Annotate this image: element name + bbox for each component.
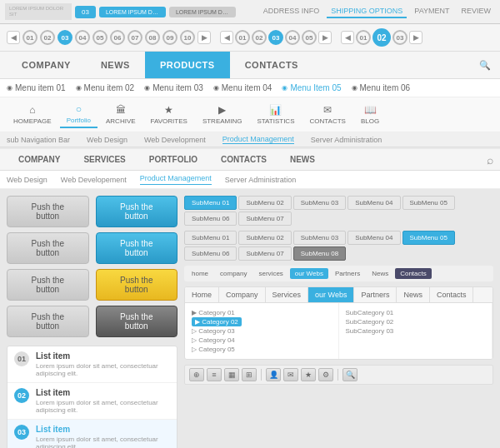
push-button-gray-3[interactable]: Push the button — [7, 269, 89, 301]
subbar-3[interactable]: Web Development — [144, 136, 206, 144]
tab-submenu-2-7[interactable]: SubMenu 07 — [238, 246, 291, 261]
subnav-streaming[interactable]: ▶ STREAMING — [196, 102, 249, 127]
nav-payment[interactable]: PAYMENT — [410, 5, 453, 18]
tab-submenu-1-3[interactable]: SubMenu 03 — [293, 196, 346, 210]
mega-subcat-2[interactable]: SubCategory 02 — [346, 317, 486, 326]
active-tab[interactable]: 03 — [75, 6, 96, 18]
tab-submenu-1-5[interactable]: SubMenu 05 — [402, 196, 455, 210]
subnav-favorites[interactable]: ★ FAVORITES — [144, 102, 194, 127]
mega-subcat-3[interactable]: SubCategory 03 — [346, 326, 486, 336]
subbar-4[interactable]: Product Management — [222, 135, 294, 144]
tab-submenu-2-4[interactable]: SubMenu 04 — [348, 231, 400, 245]
subnav-contacts[interactable]: ✉ CONTACTS — [302, 102, 352, 127]
tab-lorem1[interactable]: LOREM IPSUM DOLOR SIT — [99, 7, 166, 17]
menu-item-3[interactable]: Menu item 03 — [144, 83, 203, 92]
subbar-2[interactable]: Web Design — [87, 136, 128, 144]
push-button-dark[interactable]: Push the button — [96, 306, 178, 337]
tab-submenu-2-5[interactable]: SubMenu 05 — [402, 231, 455, 245]
next-arrow-2[interactable]: ▶ — [318, 31, 332, 44]
nav-contacts[interactable]: CONTACTS — [230, 52, 313, 78]
tab-submenu-1-7[interactable]: SubMenu 07 — [238, 212, 291, 226]
mega-top-news[interactable]: News — [397, 287, 430, 302]
mega-top-company[interactable]: Company — [219, 287, 266, 302]
toolbar-btn-4[interactable]: ⊞ — [242, 368, 257, 381]
small-nav-services[interactable]: services — [253, 268, 288, 279]
push-button-yellow[interactable]: Push the button — [96, 269, 178, 301]
toolbar-btn-5[interactable]: 👤 — [266, 368, 281, 381]
subnav-statistics[interactable]: 📊 STATISTICS — [250, 102, 301, 127]
mega-top-services[interactable]: Services — [266, 287, 309, 302]
menu-item-5[interactable]: Menu Item 05 — [282, 83, 341, 92]
mega-top-ourwebs[interactable]: our Webs — [308, 287, 354, 302]
subnav-blog[interactable]: 📖 BLOG — [354, 102, 386, 127]
push-button-gray-2[interactable]: Push the button — [7, 232, 89, 264]
step-1[interactable]: 01 — [22, 30, 38, 45]
small-nav-ourwebs[interactable]: our Webs — [290, 268, 328, 279]
step3-2[interactable]: 02 — [372, 28, 391, 47]
menu-item-1[interactable]: Menu item 01 — [7, 83, 66, 92]
toolbar-btn-2[interactable]: ≡ — [207, 368, 222, 381]
push-button-gray-1[interactable]: Push the button — [7, 196, 89, 227]
menu-item-6[interactable]: Menu item 06 — [352, 83, 411, 92]
subnav-portfolio[interactable]: ○ Portfolio — [60, 101, 98, 128]
tab-submenu-1-4[interactable]: SubMenu 04 — [348, 196, 400, 210]
mega-cat-5[interactable]: ▷ Category 05 — [192, 345, 332, 354]
second-nav-services[interactable]: SERVICES — [72, 149, 137, 170]
push-button-blue-2[interactable]: Push the button — [96, 232, 178, 264]
list-item-2[interactable]: 02 List item Lorem ipsum dolor sit amet,… — [8, 383, 177, 420]
prev-arrow-2[interactable]: ◀ — [220, 31, 233, 44]
nav-address[interactable]: ADDRESS INFO — [259, 5, 324, 18]
prev-arrow[interactable]: ◀ — [7, 31, 20, 44]
mega-cat-2-label[interactable]: ▶ Category 02 — [192, 317, 242, 326]
tab-submenu-2-3[interactable]: SubMenu 03 — [293, 231, 346, 245]
mega-subcat-1[interactable]: SubCategory 01 — [346, 308, 486, 317]
toolbar-btn-7[interactable]: ★ — [301, 368, 316, 381]
toolbar-btn-8[interactable]: ⚙ — [318, 368, 333, 381]
tab-submenu-2-8[interactable]: SubMenu 08 — [293, 246, 346, 261]
search-icon-2[interactable]: ⌕ — [487, 153, 493, 167]
step2-5[interactable]: 05 — [302, 30, 317, 45]
search-icon[interactable]: 🔍 — [477, 57, 493, 73]
small-nav-company[interactable]: company — [215, 268, 252, 279]
tab-submenu-1-2[interactable]: SubMenu 02 — [238, 196, 291, 210]
next-arrow[interactable]: ▶ — [198, 31, 211, 44]
step3-3[interactable]: 03 — [392, 30, 408, 45]
mega-cat-3[interactable]: ▷ Category 03 — [192, 326, 332, 336]
second-subbar-1[interactable]: Web Design — [7, 176, 48, 184]
step-4[interactable]: 04 — [75, 30, 90, 45]
nav-news[interactable]: NEWS — [86, 52, 145, 78]
step2-4[interactable]: 04 — [285, 30, 300, 45]
mega-top-home[interactable]: Home — [185, 287, 219, 302]
list-item-1[interactable]: 01 List item Lorem ipsum dolor sit amet,… — [8, 346, 177, 383]
tab-submenu-1-6[interactable]: SubMenu 06 — [184, 212, 237, 226]
menu-item-4[interactable]: Menu item 04 — [213, 83, 272, 92]
second-subbar-3[interactable]: Product Management — [140, 174, 212, 185]
nav-company[interactable]: COMPANY — [7, 52, 86, 78]
step-10[interactable]: 10 — [180, 30, 195, 45]
second-nav-news[interactable]: NEWS — [278, 149, 327, 170]
toolbar-btn-6[interactable]: ✉ — [283, 368, 298, 381]
small-nav-partners[interactable]: Partners — [330, 268, 365, 279]
second-subbar-4[interactable]: Server Administration — [225, 176, 297, 184]
next-arrow-3[interactable]: ▶ — [409, 31, 422, 44]
list-item-3[interactable]: 03 List item Lorem ipsum dolor sit amet,… — [8, 420, 177, 448]
tab-lorem2[interactable]: LOREM IPSUM DOLOR SIT — [169, 7, 236, 17]
second-nav-portfolio[interactable]: PORTFOLIO — [138, 149, 209, 170]
second-subbar-2[interactable]: Web Developement — [61, 176, 127, 184]
toolbar-btn-3[interactable]: ▦ — [224, 368, 239, 381]
nav-review[interactable]: REVIEW — [457, 5, 495, 18]
mega-cat-1[interactable]: ▶ Category 01 — [192, 308, 332, 317]
subnav-homepage[interactable]: ⌂ HOMEPAGE — [7, 102, 58, 127]
mega-cat-2[interactable]: ▶ Category 02 — [192, 317, 332, 326]
nav-shipping[interactable]: SHIPPING OPTIONS — [327, 5, 407, 18]
step-6[interactable]: 06 — [110, 30, 125, 45]
tab-submenu-2-6[interactable]: SubMenu 06 — [184, 246, 237, 261]
second-nav-contacts[interactable]: CONTACTS — [209, 149, 278, 170]
step-3[interactable]: 03 — [58, 30, 72, 45]
mega-cat-4[interactable]: ▷ Category 04 — [192, 336, 332, 345]
push-button-blue-1[interactable]: Push the button — [96, 196, 178, 227]
step-2[interactable]: 02 — [40, 30, 55, 45]
prev-arrow-3[interactable]: ◀ — [341, 31, 354, 44]
second-nav-company[interactable]: COMPANY — [7, 149, 72, 170]
mega-top-partners[interactable]: Partners — [354, 287, 397, 302]
